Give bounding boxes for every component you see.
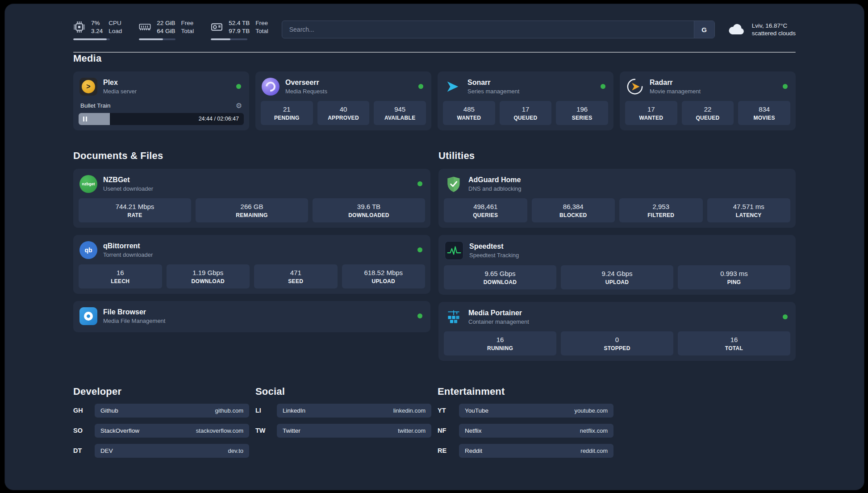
- app-card-filebrowser: File Browser Media File Management: [73, 301, 430, 332]
- bookmark-url: linkedin.com: [393, 407, 426, 414]
- bookmark-link-dev[interactable]: DEV dev.to: [95, 444, 249, 458]
- gear-icon[interactable]: ⚙: [236, 102, 242, 109]
- status-online-dot: [601, 84, 605, 89]
- app-title: NZBGet: [103, 176, 153, 184]
- search-engine-button[interactable]: G: [694, 21, 714, 38]
- bookmark-link-linkedin[interactable]: LinkedIn linkedin.com: [277, 404, 431, 418]
- cpu-label-top: CPU: [108, 19, 122, 27]
- bookmark-url: github.com: [215, 407, 243, 414]
- bookmark-abbr: YT: [438, 407, 459, 414]
- bookmark-abbr: GH: [73, 407, 95, 414]
- app-card-speedtest: Speedtest Speedtest Tracking 9.65 GbpsDO…: [438, 235, 796, 295]
- section-title-entertainment: Entertainment: [438, 386, 613, 397]
- disk-icon: [211, 21, 223, 33]
- app-link-plex[interactable]: Plex Media server: [79, 76, 244, 101]
- cpu-values: 7% 3.24: [91, 19, 103, 35]
- bookmark-url: twitter.com: [398, 427, 426, 434]
- bookmark-link-stackoverflow[interactable]: StackOverflow stackoverflow.com: [95, 424, 249, 438]
- section-title-media: Media: [73, 53, 796, 64]
- app-subtitle: Media File Management: [103, 318, 165, 324]
- app-link-adguard[interactable]: AdGuard Home DNS and adblocking: [444, 173, 790, 198]
- bookmark-name: YouTube: [465, 407, 488, 414]
- bookmark-link-github[interactable]: Github github.com: [95, 404, 249, 418]
- bookmark-url: dev.to: [228, 447, 243, 454]
- memory-labels: Free Total: [181, 19, 194, 35]
- stat-tile-rate: 744.21 MbpsRATE: [79, 198, 191, 222]
- bookmark-link-reddit[interactable]: Reddit reddit.com: [459, 444, 613, 458]
- search-bar: G: [282, 21, 715, 38]
- app-link-portainer[interactable]: Media Portainer Container management: [444, 306, 790, 331]
- memory-values: 22 GiB 64 GiB: [157, 19, 175, 35]
- stat-tile-remaining: 266 GBREMAINING: [196, 198, 308, 222]
- app-link-overseerr[interactable]: Overseerr Media Requests: [261, 76, 426, 101]
- bookmark-name: DEV: [100, 447, 113, 454]
- app-subtitle: Media Requests: [285, 88, 327, 95]
- memory-progress-bar: [139, 38, 175, 40]
- app-link-radarr[interactable]: Radarr Movie management: [625, 76, 790, 101]
- bookmark-url: youtube.com: [575, 407, 608, 414]
- bookmark-link-twitter[interactable]: Twitter twitter.com: [277, 424, 431, 438]
- app-title: Sonarr: [467, 79, 519, 87]
- app-link-filebrowser[interactable]: File Browser Media File Management: [79, 305, 425, 327]
- stat-tile-wanted: 17WANTED: [625, 101, 677, 125]
- overseerr-icon: [262, 78, 280, 96]
- section-title-social: Social: [255, 386, 431, 397]
- bookmark-link-netflix[interactable]: Netflix netflix.com: [459, 424, 613, 438]
- app-subtitle: Series management: [467, 88, 519, 95]
- stat-tile-queued: 22QUEUED: [682, 101, 734, 125]
- radarr-icon: [626, 78, 644, 96]
- dashboard: 7% 3.24 CPU Load: [4, 4, 864, 490]
- disk-total: 97.9 TB: [229, 27, 250, 35]
- section-title-documents: Documents & Files: [73, 150, 430, 162]
- pause-icon[interactable]: [83, 117, 87, 121]
- media-section: Plex Media server Bullet Train ⚙ 24:44 /…: [73, 71, 796, 130]
- cpu-metric: 7% 3.24 CPU Load: [73, 19, 122, 40]
- playback-seekbar[interactable]: 24:44 / 02:06:47: [79, 113, 244, 125]
- bookmark-abbr: NF: [438, 427, 459, 434]
- plex-icon: [79, 78, 97, 96]
- stat-tile-leech: 16LEECH: [79, 264, 162, 288]
- bookmark-abbr: RE: [438, 447, 459, 454]
- stat-tile-total: 16TOTAL: [678, 331, 790, 355]
- bookmark-name: LinkedIn: [283, 407, 305, 414]
- app-link-sonarr[interactable]: Sonarr Series management: [443, 76, 608, 101]
- status-online-dot: [417, 247, 422, 252]
- bookmark-abbr: TW: [255, 427, 277, 434]
- portainer-icon: [445, 308, 463, 326]
- memory-label-top: Free: [181, 19, 194, 27]
- cpu-load-avg: 3.24: [91, 27, 103, 35]
- app-card-overseerr: Overseerr Media Requests 21PENDING 40APP…: [255, 71, 431, 130]
- app-subtitle: Media server: [103, 88, 137, 95]
- stat-tile-blocked: 86,384BLOCKED: [532, 198, 615, 222]
- app-link-nzbget[interactable]: nzbget NZBGet Usenet downloader: [79, 173, 425, 198]
- app-subtitle: Usenet downloader: [103, 185, 153, 192]
- cloud-icon: [727, 23, 746, 36]
- app-link-speedtest[interactable]: Speedtest Speedtest Tracking: [444, 239, 790, 265]
- adguard-icon: [445, 175, 463, 193]
- weather-widget: Lviv, 16.87°C scattered clouds: [727, 22, 796, 38]
- app-title: Plex: [103, 79, 137, 87]
- stat-tile-downloaded: 39.6 TBDOWNLOADED: [313, 198, 425, 222]
- nzbget-icon: nzbget: [79, 175, 97, 193]
- cpu-progress-bar: [73, 38, 110, 40]
- stat-tile-filtered: 2,953FILTERED: [619, 198, 703, 222]
- bookmark-row: NF Netflix netflix.com: [438, 424, 613, 438]
- cpu-percent: 7%: [91, 19, 103, 27]
- status-online-dot: [783, 314, 788, 319]
- search-input[interactable]: [282, 21, 694, 38]
- app-subtitle: DNS and adblocking: [468, 185, 522, 192]
- bookmark-link-youtube[interactable]: YouTube youtube.com: [459, 404, 613, 418]
- cpu-label-bottom: Load: [108, 27, 122, 35]
- entertainment-bookmarks: Entertainment YT YouTube youtube.com NF …: [438, 386, 613, 458]
- memory-label-bottom: Total: [181, 27, 194, 35]
- bookmark-url: reddit.com: [580, 447, 608, 454]
- app-link-qbittorrent[interactable]: qb qBittorrent Torrent downloader: [79, 239, 425, 264]
- disk-label-bottom: Total: [255, 27, 268, 35]
- qbittorrent-icon: qb: [79, 241, 97, 259]
- top-bar: 7% 3.24 CPU Load: [73, 19, 796, 40]
- disk-labels: Free Total: [255, 19, 268, 35]
- bookmark-name: Twitter: [283, 427, 300, 434]
- documents-section: Documents & Files nzbget NZBGet Usenet d…: [73, 150, 430, 332]
- status-online-dot: [783, 84, 788, 89]
- memory-metric: 22 GiB 64 GiB Free Total: [139, 19, 194, 40]
